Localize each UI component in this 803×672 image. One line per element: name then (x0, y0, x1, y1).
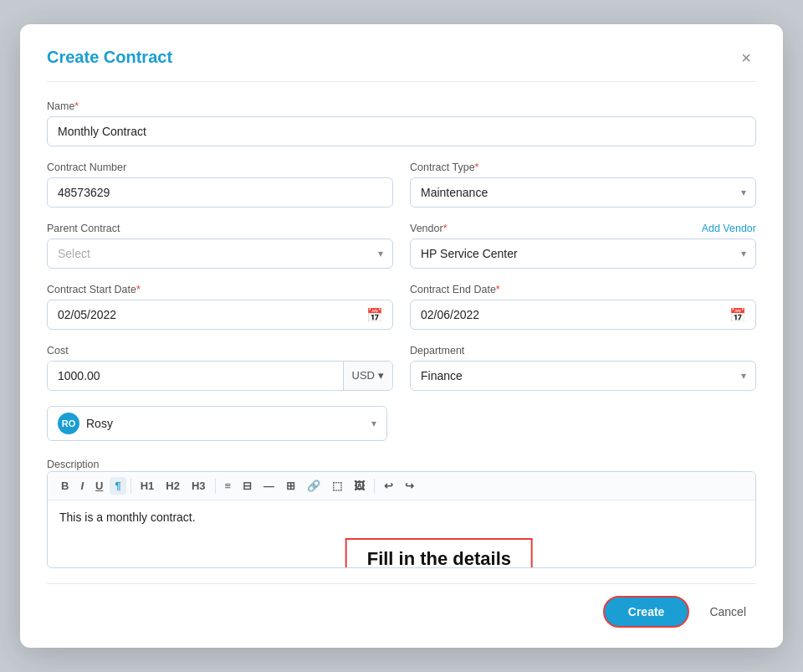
avatar: RO (58, 413, 79, 434)
ordered-list-button[interactable]: ⊟ (238, 477, 257, 495)
dialog-footer: Create Cancel (47, 583, 756, 628)
end-date-label: Contract End Date* (410, 284, 756, 295)
fill-in-overlay: Fill in the details (345, 538, 533, 568)
cancel-button[interactable]: Cancel (699, 598, 756, 626)
contract-type-select[interactable]: Maintenance (410, 177, 756, 208)
bullet-list-button[interactable]: ≡ (220, 477, 237, 495)
cost-input[interactable] (48, 362, 343, 390)
underline-button[interactable]: U (90, 477, 108, 495)
dialog-header: Create Contract × (47, 48, 756, 82)
assignee-group: RO Rosy ▾ (47, 406, 387, 441)
toolbar-separator-2 (215, 479, 216, 494)
bold-button[interactable]: B (56, 477, 74, 495)
name-label: Name* (47, 100, 756, 112)
vendor-select-wrapper: HP Service Center ▾ (410, 239, 756, 269)
start-date-group: Contract Start Date* 📅 (47, 284, 393, 330)
toolbar-separator-1 (130, 479, 131, 494)
cost-department-row: Cost USD ▾ Department Finance ▾ (47, 345, 756, 391)
editor-toolbar: B I U ¶ H1 H2 H3 ≡ ⊟ — ⊞ 🔗 ⬚ 🖼 (48, 472, 755, 501)
department-select-wrapper: Finance ▾ (410, 361, 756, 391)
create-contract-dialog: Create Contract × Name* Contract Number … (20, 24, 783, 649)
date-row: Contract Start Date* 📅 Contract End Date… (47, 284, 756, 330)
create-button[interactable]: Create (603, 596, 690, 628)
redo-button[interactable]: ↪ (400, 477, 419, 495)
department-group: Department Finance ▾ (410, 345, 756, 391)
currency-selector[interactable]: USD ▾ (343, 362, 392, 390)
description-label: Description (47, 459, 100, 470)
parent-vendor-row: Parent Contract Select ▾ Vendor* Add Ven… (47, 223, 756, 269)
name-group: Name* (47, 100, 756, 146)
assignee-name: Rosy (86, 417, 371, 430)
cost-label: Cost (47, 345, 393, 357)
vendor-label-row: Vendor* Add Vendor (410, 223, 756, 234)
start-date-wrapper: 📅 (47, 300, 393, 330)
currency-arrow-icon: ▾ (378, 369, 384, 382)
calendar-icon-end[interactable]: 📅 (729, 306, 746, 322)
contract-number-input[interactable] (47, 177, 393, 208)
parent-contract-select-wrapper: Select ▾ (47, 239, 393, 269)
vendor-label: Vendor* (410, 223, 448, 234)
toolbar-separator-3 (374, 479, 375, 494)
assignee-selector[interactable]: RO Rosy ▾ (47, 406, 387, 441)
vendor-select[interactable]: HP Service Center (410, 239, 756, 269)
currency-value: USD (352, 369, 375, 382)
contract-number-group: Contract Number (47, 162, 393, 208)
table-button[interactable]: ⊞ (281, 477, 300, 495)
link-button[interactable]: 🔗 (302, 477, 325, 495)
assignee-row: RO Rosy ▾ (47, 406, 756, 441)
start-date-label: Contract Start Date* (47, 284, 393, 295)
h3-button[interactable]: H3 (187, 477, 211, 495)
contract-number-type-row: Contract Number Contract Type* Maintenan… (47, 162, 756, 208)
contract-type-select-wrapper: Maintenance ▾ (410, 177, 756, 208)
cost-group: Cost USD ▾ (47, 345, 393, 391)
description-text: This is a monthly contract. (59, 510, 744, 524)
name-row: Name* (47, 100, 756, 146)
close-button[interactable]: × (736, 48, 756, 68)
dialog-title: Create Contract (47, 48, 172, 67)
department-select[interactable]: Finance (410, 361, 756, 391)
assignee-arrow-icon: ▾ (371, 418, 376, 429)
undo-button[interactable]: ↩ (379, 477, 398, 495)
dialog-overlay: Create Contract × Name* Contract Number … (0, 0, 803, 672)
name-input[interactable] (47, 116, 756, 146)
start-date-input[interactable] (47, 300, 393, 330)
parent-contract-select[interactable]: Select (47, 239, 393, 269)
cost-wrapper: USD ▾ (47, 361, 393, 391)
contract-type-label: Contract Type* (410, 162, 756, 173)
embed-button[interactable]: ⬚ (327, 477, 347, 495)
end-date-wrapper: 📅 (410, 300, 756, 330)
editor-container: B I U ¶ H1 H2 H3 ≡ ⊟ — ⊞ 🔗 ⬚ 🖼 (47, 471, 756, 569)
parent-contract-label: Parent Contract (47, 223, 393, 234)
image-button[interactable]: 🖼 (349, 477, 370, 495)
end-date-input[interactable] (410, 300, 756, 330)
parent-contract-group: Parent Contract Select ▾ (47, 223, 393, 269)
description-section: Description B I U ¶ H1 H2 H3 ≡ ⊟ — ⊞ 🔗 (47, 456, 756, 569)
paragraph-button[interactable]: ¶ (110, 477, 125, 495)
department-label: Department (410, 345, 756, 357)
calendar-icon[interactable]: 📅 (366, 306, 383, 322)
h1-button[interactable]: H1 (136, 477, 160, 495)
add-vendor-link[interactable]: Add Vendor (702, 223, 756, 234)
editor-body[interactable]: This is a monthly contract. Fill in the … (48, 500, 755, 567)
contract-number-label: Contract Number (47, 162, 393, 173)
h2-button[interactable]: H2 (161, 477, 185, 495)
italic-button[interactable]: I (75, 477, 89, 495)
contract-type-group: Contract Type* Maintenance ▾ (410, 162, 756, 208)
hr-button[interactable]: — (258, 477, 279, 495)
vendor-group: Vendor* Add Vendor HP Service Center ▾ (410, 223, 756, 269)
end-date-group: Contract End Date* 📅 (410, 284, 756, 330)
